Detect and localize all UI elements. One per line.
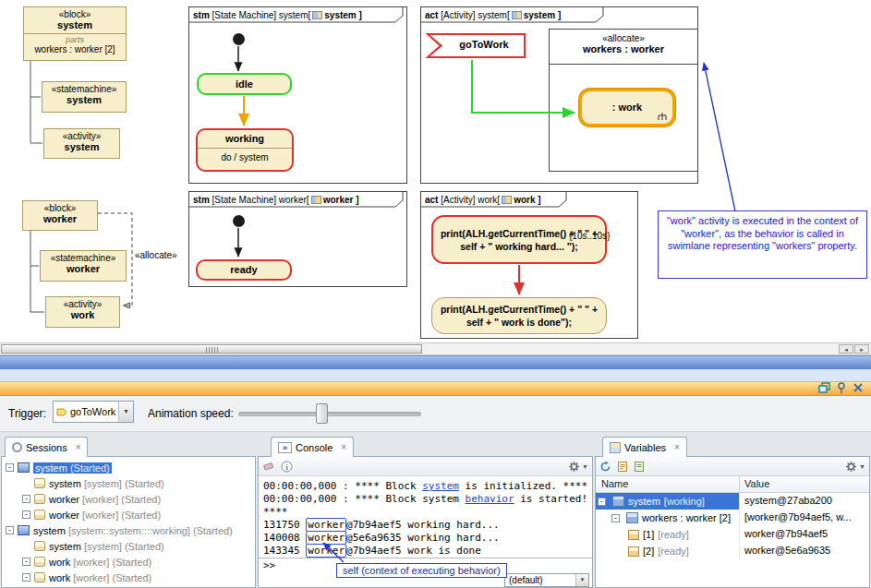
tree-expander-icon[interactable]: - xyxy=(22,510,30,519)
console-highlighted-term[interactable]: worker xyxy=(306,531,346,545)
frame-header: stm [State Machine] worker[worker ] xyxy=(189,192,372,208)
action-code-line: print(ALH.getCurrentTime() + " " + xyxy=(432,303,606,316)
variable-value: [worker@7b94aef5, w... xyxy=(744,511,852,522)
frame-keyword: act xyxy=(425,195,438,205)
window-float-icon[interactable] xyxy=(818,382,833,395)
stereotype-label: «statemachine» xyxy=(41,251,126,263)
tab-variables[interactable]: Variables × xyxy=(602,437,687,457)
state-working[interactable]: working do / system xyxy=(196,128,294,172)
tree-expander-icon[interactable]: - xyxy=(598,498,606,506)
column-divider[interactable] xyxy=(739,476,740,492)
variables-table-header[interactable]: Name Value xyxy=(596,476,869,493)
session-row[interactable]: -system [system::system::::working] (Sta… xyxy=(2,522,255,538)
diagram-icon xyxy=(312,11,322,19)
statemachine-worker-box[interactable]: «statemachine» worker xyxy=(40,250,127,282)
close-icon[interactable]: × xyxy=(341,442,346,452)
call-behavior-action-work[interactable]: : work xyxy=(579,89,675,126)
gear-icon[interactable] xyxy=(845,461,857,473)
variable-row[interactable]: -system[working]system@27aba200 xyxy=(596,493,869,510)
window-pin-icon[interactable] xyxy=(835,382,850,395)
session-label: worker [worker] (Started) xyxy=(49,510,161,521)
tab-label: Variables xyxy=(624,442,666,453)
clear-console-icon[interactable] xyxy=(262,461,275,472)
window-close-icon[interactable] xyxy=(852,382,866,395)
state-ready[interactable]: ready xyxy=(196,259,292,281)
duration-constraint: {10s..10s} xyxy=(569,231,610,241)
pane-splitter[interactable] xyxy=(0,355,871,369)
dropdown-arrow-icon[interactable]: ▼ xyxy=(575,574,588,586)
dropdown-arrow-icon[interactable]: ▼ xyxy=(118,402,133,422)
console-text: @7b94aef5 working hard... xyxy=(346,519,500,531)
block-worker[interactable]: «block» worker xyxy=(22,200,98,231)
tab-sessions[interactable]: Sessions × xyxy=(5,437,88,457)
console-text: @5e6a9635 working hard... xyxy=(346,532,500,544)
print-action-work-done[interactable]: print(ALH.getCurrentTime() + " " + self … xyxy=(431,297,607,334)
tooltip: self (context of executing behavior) xyxy=(336,563,507,578)
tree-expander-icon[interactable]: - xyxy=(6,463,14,472)
export-icon[interactable] xyxy=(617,461,628,473)
refresh-icon[interactable] xyxy=(599,461,611,473)
dropdown-arrow-icon[interactable]: ▼ xyxy=(582,463,588,470)
options-icon[interactable] xyxy=(634,461,645,473)
console-text: 00:00:00,000 : **** Block system xyxy=(263,493,466,505)
session-row[interactable]: -worker [worker] (Started) xyxy=(2,491,255,507)
activity-system-box[interactable]: «activity» system xyxy=(43,128,120,159)
variables-icon xyxy=(610,442,621,453)
variable-row[interactable]: [1][ready]worker@7b94aef5 xyxy=(596,526,869,543)
console-icon: » xyxy=(278,442,292,453)
variable-row[interactable]: -workers : worker [2][worker@7b94aef5, w… xyxy=(596,510,869,526)
variable-row[interactable]: [2][ready]worker@5e6a9635 xyxy=(596,543,869,559)
activity-work-box[interactable]: «activity» work xyxy=(45,296,120,328)
console-link[interactable]: behavior xyxy=(466,493,514,505)
dropdown-arrow-icon[interactable]: ▼ xyxy=(859,463,865,470)
frame-keyword: act xyxy=(425,10,438,20)
tree-expander-icon[interactable]: - xyxy=(22,495,30,503)
initial-node[interactable] xyxy=(233,33,245,45)
gear-icon[interactable] xyxy=(568,461,580,473)
session-row[interactable]: -worker [worker] (Started) xyxy=(2,507,255,522)
session-row[interactable]: system [system] (Started) xyxy=(2,538,255,554)
scroll-right-button[interactable]: ▸ xyxy=(854,344,869,354)
slider-thumb[interactable] xyxy=(316,403,328,424)
console-highlighted-term[interactable]: worker xyxy=(306,518,346,532)
compartment-label: parts xyxy=(24,35,126,44)
element-name: worker xyxy=(41,263,126,274)
annotation-note[interactable]: "work" activity is executed in the conte… xyxy=(658,210,867,279)
scroll-left-button[interactable]: ◂ xyxy=(839,344,853,354)
diagram-icon xyxy=(512,11,522,19)
trigger-dropdown[interactable]: goToWork ▼ xyxy=(53,401,134,423)
initial-node[interactable] xyxy=(233,215,245,227)
console-highlighted-term[interactable]: worker xyxy=(306,544,346,558)
simulation-window-header xyxy=(0,381,871,396)
tab-console[interactable]: » Console × xyxy=(271,437,354,457)
statemachine-system-box[interactable]: «statemachine» system xyxy=(42,81,127,113)
tree-expander-icon[interactable]: - xyxy=(22,558,30,566)
session-label: work [worker] (Started) xyxy=(49,572,151,583)
variable-state: [ready] xyxy=(658,529,689,540)
state-idle[interactable]: idle xyxy=(197,73,292,95)
block-system[interactable]: «block» system parts workers : worker [2… xyxy=(23,6,127,61)
allocate-label: «allocate» xyxy=(135,250,177,260)
frame-inner-name: work ] xyxy=(514,195,540,205)
horizontal-scrollbar[interactable]: ◂ ▸ xyxy=(0,342,871,355)
tree-expander-icon[interactable]: - xyxy=(22,573,30,582)
console-text: @7b94aef5 work is done xyxy=(346,545,481,557)
frame-header: stm [State Machine] system[system ] xyxy=(189,7,375,23)
session-row[interactable]: -system (Started) xyxy=(2,460,255,475)
close-icon[interactable]: × xyxy=(76,442,81,452)
info-icon[interactable]: i xyxy=(281,461,293,473)
element-name: work xyxy=(46,309,119,320)
session-row[interactable]: -work [worker] (Started) xyxy=(2,554,255,570)
session-row[interactable]: -work [worker] (Started) xyxy=(2,570,255,585)
tree-expander-icon[interactable]: - xyxy=(6,526,14,534)
console-link[interactable]: system xyxy=(422,480,459,492)
session-row[interactable]: system [system] (Started) xyxy=(2,475,255,491)
tree-expander-icon[interactable]: - xyxy=(611,514,620,522)
variable-state: [working] xyxy=(664,496,705,507)
variable-name: workers : worker [2] xyxy=(642,512,731,523)
console-context-dropdown[interactable]: (default) ▼ xyxy=(504,573,589,587)
animation-speed-slider[interactable] xyxy=(238,412,421,416)
scrollbar-thumb[interactable] xyxy=(1,344,422,354)
close-icon[interactable]: × xyxy=(674,442,680,452)
signal-accept-gotowork[interactable]: goToWork xyxy=(426,32,527,60)
